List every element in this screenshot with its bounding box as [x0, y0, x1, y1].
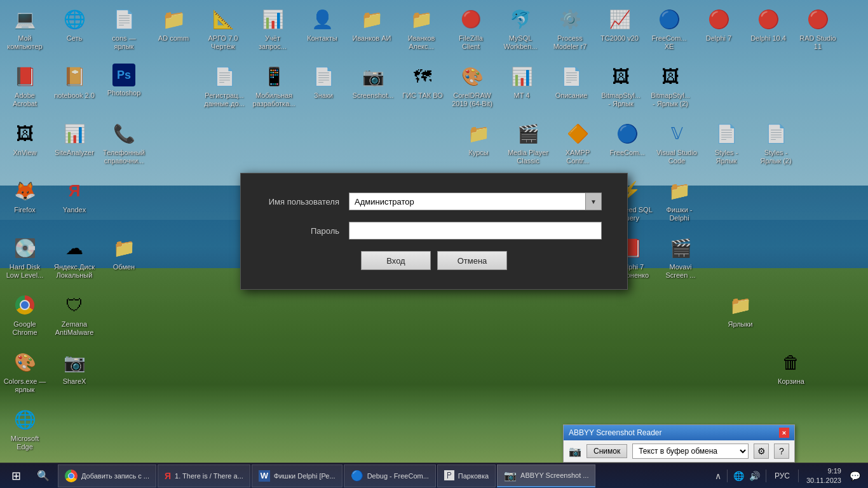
- tray-datetime[interactable]: 9:19 30.11.2023: [803, 466, 844, 485]
- abbyy-help-button[interactable]: ?: [774, 444, 789, 459]
- login-dialog: Имя пользователя Администратор ▼ Пароль …: [240, 173, 628, 290]
- taskbar: ⊞ 🔍 Добавить запись с ... Я 1. There is …: [0, 463, 868, 488]
- dialog-buttons: Вход Отмена: [266, 251, 602, 270]
- username-input-wrapper: Администратор ▼: [349, 193, 602, 210]
- tray-separator2: [766, 470, 766, 482]
- taskbar-items: Добавить запись с ... Я 1. There is / Th…: [55, 464, 709, 487]
- tray-time-display: 9:19: [806, 466, 841, 475]
- tray-show-hidden[interactable]: ∧: [714, 470, 722, 482]
- taskbar-item-chrome[interactable]: Добавить запись с ...: [58, 464, 156, 487]
- tray-separator: [727, 470, 728, 482]
- freecomm-taskbar-icon: 🔵: [351, 470, 363, 482]
- yandex-taskbar-icon: Я: [165, 471, 171, 481]
- parking-taskbar-icon: 🅿: [444, 470, 454, 482]
- password-row: Пароль: [266, 222, 602, 240]
- start-button[interactable]: ⊞: [0, 463, 32, 489]
- tray-network-icon[interactable]: 🌐: [732, 470, 745, 482]
- taskbar-item-freecomm-text: Debug - FreeCom...: [367, 472, 429, 480]
- password-label: Пароль: [266, 226, 349, 236]
- abbyy-snap-button[interactable]: Снимок: [587, 444, 627, 458]
- tray-notification-icon[interactable]: 💬: [847, 470, 863, 482]
- start-icon: ⊞: [11, 469, 21, 483]
- taskbar-item-parking-text: Парковка: [458, 472, 489, 480]
- system-tray: ∧ 🌐 🔊 РУС 9:19 30.11.2023 💬: [709, 463, 868, 489]
- abbyy-title: ABBYY Screenshot Reader: [569, 428, 662, 437]
- abbyy-close-button[interactable]: ×: [779, 428, 789, 438]
- username-row: Имя пользователя Администратор ▼: [266, 193, 602, 210]
- taskbar-item-word-text: Фишки Delphi [Ре...: [274, 472, 336, 480]
- password-input-wrapper: [349, 222, 602, 240]
- taskbar-item-abbyy-text: ABBYY Screenshot ...: [520, 471, 588, 479]
- cancel-button[interactable]: Отмена: [437, 251, 507, 270]
- tray-volume-icon[interactable]: 🔊: [748, 470, 761, 482]
- username-select[interactable]: Администратор: [349, 193, 602, 210]
- password-input[interactable]: [349, 222, 602, 240]
- tray-language[interactable]: РУС: [771, 470, 794, 482]
- taskbar-item-abbyy[interactable]: 📷 ABBYY Screenshot ...: [497, 464, 595, 487]
- login-button[interactable]: Вход: [361, 251, 431, 270]
- tray-separator3: [798, 470, 799, 482]
- abbyy-snap-label: Снимок: [593, 447, 620, 456]
- abbyy-content: 📷 Снимок Текст в буфер обмена ⚙ ?: [564, 440, 794, 462]
- abbyy-camera-icon: 📷: [569, 445, 581, 458]
- taskbar-item-yandex-text: 1. There is / There a...: [175, 472, 243, 480]
- word-taskbar-icon: W: [259, 470, 270, 482]
- taskbar-item-parking[interactable]: 🅿 Парковка: [437, 464, 496, 487]
- abbyy-settings-button[interactable]: ⚙: [754, 444, 769, 459]
- taskbar-item-word[interactable]: W Фишки Delphi [Ре...: [252, 464, 342, 487]
- search-icon: 🔍: [37, 470, 50, 482]
- taskbar-item-freecomm[interactable]: 🔵 Debug - FreeCom...: [344, 464, 436, 487]
- search-button[interactable]: 🔍: [32, 463, 55, 489]
- abbyy-mode-select[interactable]: Текст в буфер обмена: [632, 444, 749, 459]
- abbyy-taskbar-icon: 📷: [504, 470, 517, 482]
- abbyy-titlebar: ABBYY Screenshot Reader ×: [564, 425, 794, 440]
- taskbar-item-yandex[interactable]: Я 1. There is / There a...: [158, 464, 250, 487]
- tray-date-display: 30.11.2023: [806, 476, 841, 485]
- abbyy-toolbar: ABBYY Screenshot Reader × 📷 Снимок Текст…: [563, 424, 795, 463]
- dialog-overlay: Имя пользователя Администратор ▼ Пароль …: [0, 0, 868, 463]
- username-label: Имя пользователя: [266, 197, 349, 207]
- taskbar-item-chrome-text: Добавить запись с ...: [81, 472, 149, 480]
- chrome-taskbar-icon: [65, 470, 78, 482]
